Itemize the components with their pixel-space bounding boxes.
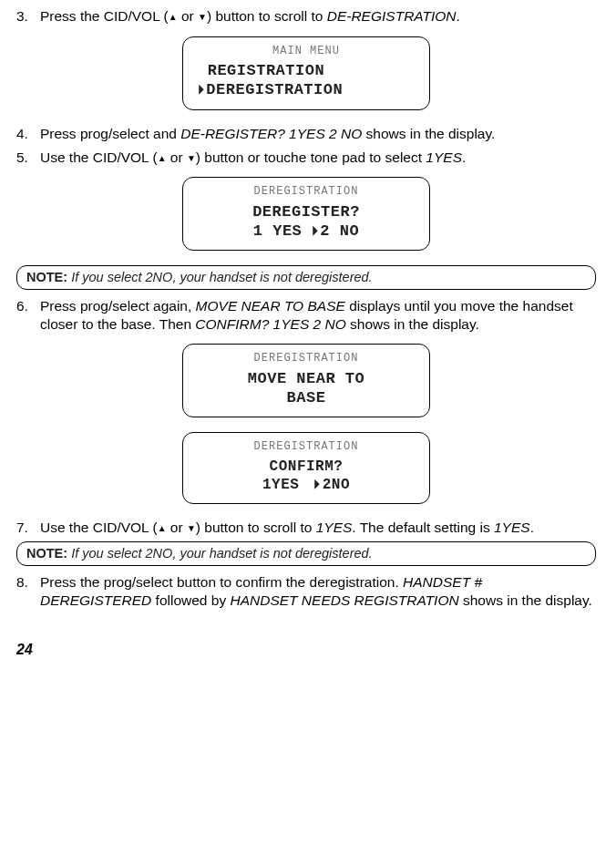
step-number: 6. <box>16 297 40 334</box>
step-number: 7. <box>16 519 40 537</box>
screen-title: MAIN MENU <box>192 45 420 58</box>
t: Press the prog/select button to confirm … <box>40 574 403 590</box>
step-number: 5. <box>16 149 40 167</box>
t: ) button or touche tone pad to select <box>196 149 426 165</box>
note-box: NOTE: If you select 2NO, your handset is… <box>16 541 596 566</box>
triangle-up-icon: ▲ <box>158 523 167 533</box>
t: Press prog/select and <box>40 126 180 141</box>
t: ▶2NO <box>313 476 350 494</box>
screen-line: MOVE NEAR TO <box>192 369 420 388</box>
step-number: 3. <box>16 7 40 26</box>
page-number: 24 <box>16 641 596 659</box>
note-label: NOTE: <box>26 270 67 284</box>
t: 2NO <box>146 546 173 561</box>
step-number: 4. <box>16 125 40 143</box>
cursor-icon: ▶ <box>313 221 318 242</box>
screen-title: DEREGISTRATION <box>192 185 420 199</box>
t: Use the CID/VOL ( <box>40 149 158 165</box>
t: or <box>178 8 198 24</box>
triangle-down-icon: ▼ <box>187 523 196 533</box>
t: followed by <box>151 592 230 608</box>
t: 2NO <box>323 477 350 493</box>
note-box: NOTE: If you select 2NO, your handset is… <box>16 265 596 290</box>
triangle-up-icon: ▲ <box>158 153 167 163</box>
t: shows in the display. <box>346 316 479 332</box>
t: , your handset is not deregistered. <box>172 546 372 561</box>
step-text: Press the prog/select button to confirm … <box>40 573 596 610</box>
step-text: Press prog/select and DE-REGISTER? 1YES … <box>40 125 596 143</box>
t: DE-REGISTRATION <box>327 8 457 24</box>
screen-title: DEREGISTRATION <box>192 352 420 365</box>
t: , your handset is not deregistered. <box>172 270 372 284</box>
step-text: Use the CID/VOL (▲ or ▼) button to scrol… <box>40 519 596 537</box>
screen-line: 1 YES ▶2 NO <box>192 221 420 241</box>
t: or <box>167 520 187 535</box>
cursor-icon: ▶ <box>199 80 204 101</box>
lcd-screen-move-near: DEREGISTRATION MOVE NEAR TO BASE <box>182 344 430 417</box>
step-5: 5. Use the CID/VOL (▲ or ▼) button or to… <box>16 149 596 167</box>
screen-line: CONFIRM? <box>192 458 420 476</box>
t: DE-REGISTER? 1YES 2 NO <box>180 126 362 141</box>
step-text: Use the CID/VOL (▲ or ▼) button or touch… <box>40 149 596 167</box>
screen-title: DEREGISTRATION <box>192 440 420 454</box>
t: 1YES <box>262 476 299 494</box>
t: . The default setting is <box>352 520 494 535</box>
screen-line: DEREGISTER? <box>192 202 420 221</box>
t: shows in the display. <box>362 126 495 141</box>
lcd-screen-deregister: DEREGISTRATION DEREGISTER? 1 YES ▶2 NO <box>182 177 430 251</box>
step-text: Press the CID/VOL (▲ or ▼) button to scr… <box>40 7 596 26</box>
t: CONFIRM? 1YES 2 NO <box>195 316 345 332</box>
t: 1YES <box>494 520 530 535</box>
step-4: 4. Press prog/select and DE-REGISTER? 1Y… <box>16 125 596 143</box>
t: 1 YES <box>253 222 312 240</box>
triangle-up-icon: ▲ <box>169 12 178 22</box>
t: . <box>457 8 460 24</box>
t: 1YES <box>426 149 462 165</box>
t: HANDSET NEEDS REGISTRATION <box>230 592 458 608</box>
t: shows in the display. <box>459 592 592 608</box>
screen-line: 1YES ▶2NO <box>192 476 420 494</box>
t: Use the CID/VOL ( <box>40 520 158 535</box>
screen-line: REGISTRATION <box>192 61 420 80</box>
t: or <box>167 149 187 165</box>
t: 1YES <box>316 520 353 535</box>
cursor-icon: ▶ <box>315 474 321 495</box>
step-number: 8. <box>16 573 40 610</box>
note-label: NOTE: <box>26 546 67 561</box>
t: Press the CID/VOL ( <box>40 8 169 24</box>
step-8: 8. Press the prog/select button to confi… <box>16 573 596 610</box>
t: 2 NO <box>320 222 359 240</box>
t: 2NO <box>146 270 173 284</box>
screen-line: BASE <box>192 388 420 407</box>
t: Press prog/select again, <box>40 298 196 314</box>
step-7: 7. Use the CID/VOL (▲ or ▼) button to sc… <box>16 519 596 537</box>
step-3: 3. Press the CID/VOL (▲ or ▼) button to … <box>16 7 596 26</box>
t: ) button to scroll to <box>196 520 316 535</box>
screen-line: ▶DEREGISTRATION <box>192 80 420 99</box>
lcd-screen-confirm: DEREGISTRATION CONFIRM? 1YES ▶2NO <box>182 432 430 503</box>
triangle-down-icon: ▼ <box>187 153 196 163</box>
lcd-screen-main-menu: MAIN MENU REGISTRATION ▶DEREGISTRATION <box>182 36 430 110</box>
step-text: Press prog/select again, MOVE NEAR TO BA… <box>40 297 596 334</box>
step-6: 6. Press prog/select again, MOVE NEAR TO… <box>16 297 596 334</box>
t: If you select <box>67 270 145 284</box>
t: . <box>530 520 534 535</box>
t: ) button to scroll to <box>207 8 327 24</box>
t: . <box>462 149 466 165</box>
t: If you select <box>67 546 145 561</box>
t: DEREGISTRATION <box>206 81 343 98</box>
t: MOVE NEAR TO BASE <box>196 298 345 314</box>
triangle-down-icon: ▼ <box>198 12 207 22</box>
